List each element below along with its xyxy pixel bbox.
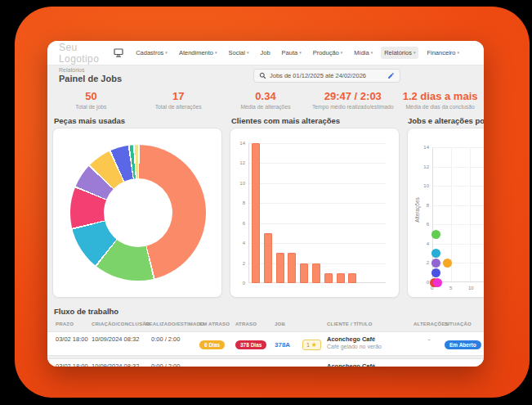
axis-tick-label: 0 bbox=[232, 281, 245, 286]
scatter-y-axis-label: Alterações bbox=[414, 197, 420, 223]
axis-tick-label: 2 bbox=[416, 260, 429, 265]
chevron-down-icon: ▾ bbox=[371, 50, 373, 55]
cell-realizado: 0:00 / 2:00 bbox=[145, 335, 199, 355]
edit-pencil-icon[interactable] bbox=[387, 72, 395, 79]
nav-menu: Cadastros▾Atendimento▾Social▾JobPauta▾Pr… bbox=[114, 47, 463, 59]
nav-item-relatorios[interactable]: Relatórios▾ bbox=[381, 47, 418, 59]
donut-chart-card bbox=[52, 128, 222, 298]
gridline bbox=[248, 143, 386, 144]
kpi-value: 1.2 dias a mais bbox=[396, 90, 484, 102]
date-range-filter[interactable]: Jobs de 01/12/2025 até 24/02/2026 bbox=[253, 69, 400, 83]
table-header: PRAZOCRIAÇÃO/CONCLUSÃOREALIZADO/ESTIMADO… bbox=[47, 322, 484, 326]
star-icon: ★ bbox=[311, 341, 317, 349]
kpi-row: 50Total de jobs17Total de alterações0.34… bbox=[47, 90, 484, 110]
nav-item-cadastros[interactable]: Cadastros▾ bbox=[132, 47, 171, 59]
kpi-4: 1.2 dias a maisMédia de dias da conclusã… bbox=[396, 90, 484, 110]
axis-tick-label: 10 bbox=[416, 183, 429, 188]
axis-tick-label: 10 bbox=[232, 181, 245, 186]
chart-title-jobs: Jobs e alterações por cliente bbox=[408, 116, 484, 125]
table-row[interactable]: 03/02 18:0010/09/2024 08:320:00 / 2:006 … bbox=[47, 331, 484, 356]
gridline bbox=[248, 183, 386, 184]
cell-cliente: Aconchego CaféCafé gelado no verão bbox=[327, 335, 414, 355]
nav-item-producao[interactable]: Produção▾ bbox=[310, 47, 346, 59]
column-header-8: ALTERAÇÕES bbox=[414, 322, 445, 326]
job-code-link[interactable]: 378A bbox=[275, 341, 290, 349]
kpi-label: Total de alterações bbox=[135, 104, 222, 110]
kpi-3: 29:47 / 2:03Tempo médio realizado/estima… bbox=[309, 90, 396, 110]
nav-item-social[interactable]: Social▾ bbox=[226, 47, 253, 59]
nav-item-midia[interactable]: Mídia▾ bbox=[351, 47, 376, 59]
client-name: Aconchego Café bbox=[327, 362, 414, 367]
column-header-0: PRAZO bbox=[56, 322, 92, 326]
late-days-badge: 6 Dias bbox=[199, 340, 225, 349]
cell-alteracoes: - bbox=[414, 362, 445, 367]
nav-item-job[interactable]: Job bbox=[257, 47, 273, 59]
bar bbox=[337, 273, 345, 283]
kpi-0: 50Total de jobs bbox=[47, 90, 135, 110]
cell-prazo: 03/02 18:00 bbox=[56, 335, 92, 355]
axis-tick-label: 8 bbox=[416, 203, 429, 208]
nav-item-atendimento[interactable]: Atendimento▾ bbox=[176, 47, 221, 59]
kpi-value: 29:47 / 2:03 bbox=[309, 90, 396, 102]
date-range-value: Jobs de 01/12/2025 até 24/02/2026 bbox=[270, 72, 366, 79]
workflow-section: Fluxo de trabalho PRAZOCRIAÇÃO/CONCLUSÃO… bbox=[47, 307, 484, 367]
donut-hole bbox=[104, 178, 172, 247]
column-header-4: ATRASO bbox=[235, 322, 275, 326]
cell-em-atraso: 6 Dias bbox=[199, 362, 235, 367]
column-header-3: EM ATRASO bbox=[199, 322, 235, 326]
column-header-9: SITUAÇÃO bbox=[445, 322, 484, 326]
page-title: Painel de Jobs bbox=[59, 74, 122, 83]
job-title: Café gelado no verão bbox=[327, 344, 414, 349]
nav-item-pauta[interactable]: Pauta▾ bbox=[279, 47, 305, 59]
cell-cliente: Aconchego CaféCafé gelado no verão bbox=[327, 362, 414, 367]
breadcrumb: Relatórios Painel de Jobs bbox=[59, 67, 122, 83]
bar bbox=[348, 273, 356, 283]
search-icon bbox=[259, 72, 266, 79]
cell-stars: 1 ★ bbox=[302, 335, 327, 355]
bar bbox=[312, 263, 320, 283]
bar bbox=[264, 233, 272, 283]
gridline bbox=[248, 163, 386, 164]
bar bbox=[300, 263, 308, 283]
bar bbox=[276, 253, 284, 283]
chevron-down-icon: ▾ bbox=[247, 50, 249, 55]
kpi-label: Tempo médio realizado/estimado bbox=[309, 104, 396, 110]
axis-tick-label: 6 bbox=[232, 221, 245, 226]
axis-tick-label: 4 bbox=[416, 241, 429, 246]
column-header-1: CRIAÇÃO/CONCLUSÃO bbox=[92, 322, 145, 326]
axis-tick-label: 12 bbox=[416, 164, 429, 169]
scatter-point bbox=[443, 259, 452, 268]
axis-tick-label: 0 bbox=[416, 280, 429, 285]
workflow-title: Fluxo de trabalho bbox=[54, 307, 484, 316]
axis-tick-label: 5 bbox=[449, 286, 452, 290]
scatter-point bbox=[431, 259, 440, 268]
scatter-point bbox=[431, 230, 440, 239]
chevron-down-icon: ▾ bbox=[215, 50, 217, 55]
star-rating-badge: 1 ★ bbox=[302, 340, 321, 350]
kpi-label: Média de dias da conclusão bbox=[396, 104, 484, 110]
table-row[interactable]: 03/02 18:0010/09/2024 08:320:00 / 2:006 … bbox=[47, 358, 484, 367]
kpi-label: Média de alterações bbox=[222, 104, 310, 110]
bar bbox=[252, 143, 260, 283]
column-header-2: REALIZADO/ESTIMADO bbox=[145, 322, 199, 326]
bar bbox=[288, 253, 296, 283]
cell-em-atraso: 6 Dias bbox=[199, 335, 235, 355]
nav-item-financeiro[interactable]: Financeiro▾ bbox=[423, 47, 463, 59]
cell-alteracoes: - bbox=[414, 335, 445, 355]
kpi-value: 17 bbox=[135, 90, 222, 102]
axis-tick-label: 10 bbox=[468, 286, 474, 290]
cell-atraso: 378 Dias bbox=[235, 335, 275, 355]
kpi-1: 17Total de alterações bbox=[135, 90, 222, 110]
nav-items: Cadastros▾Atendimento▾Social▾JobPauta▾Pr… bbox=[132, 47, 463, 59]
gridline bbox=[432, 167, 484, 168]
dashboard-window: Seu Logotipo Cadastros▾Atendimento▾Socia… bbox=[47, 41, 484, 367]
bar bbox=[324, 273, 333, 283]
delay-days-badge: 378 Dias bbox=[235, 340, 266, 349]
breadcrumb-section: Relatórios bbox=[59, 67, 122, 73]
app-logo: Seu Logotipo bbox=[59, 42, 114, 65]
cell-stars: 1 ★ bbox=[302, 362, 327, 367]
monitor-icon[interactable] bbox=[114, 48, 123, 57]
status-badge: Em Aberto bbox=[445, 340, 481, 349]
kpi-2: 0.34Média de alterações bbox=[222, 90, 310, 110]
chevron-down-icon: ▾ bbox=[414, 50, 416, 55]
